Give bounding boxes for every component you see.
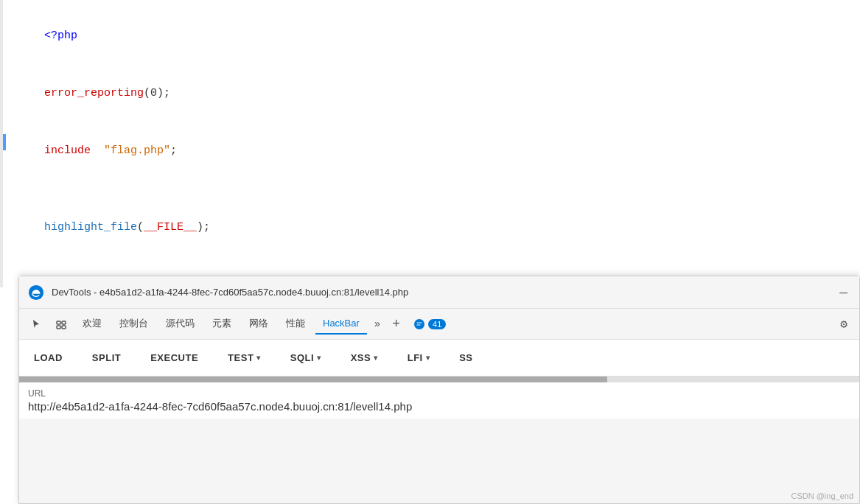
hackbar-scrollbar[interactable]: [19, 377, 859, 382]
lfi-button[interactable]: LFI ▾: [393, 340, 445, 376]
code-token: __FILE__: [144, 221, 197, 234]
load-button[interactable]: LOAD: [19, 340, 77, 376]
hackbar-toolbar: LOAD SPLIT EXECUTE TEST ▾ SQLI ▾ XSS ▾ L…: [19, 340, 859, 377]
code-token: [91, 144, 104, 157]
code-token: "flag.php": [104, 144, 170, 157]
xss-button[interactable]: XSS ▾: [336, 340, 393, 376]
csdn-watermark: CSDN @ing_end: [791, 491, 853, 500]
code-line-6: [3, 256, 860, 276]
sqli-button[interactable]: SQLI ▾: [276, 340, 336, 376]
cursor-icon: [30, 318, 42, 330]
code-token: );: [197, 221, 210, 234]
tab-performance[interactable]: 性能: [279, 312, 312, 336]
settings-button[interactable]: ⚙: [834, 314, 853, 335]
devtools-nav: 欢迎 控制台 源代码 元素 网络 性能 HackBar » + 41 ⚙: [19, 309, 859, 340]
test-dropdown-arrow: ▾: [256, 354, 261, 362]
devtools-titlebar: DevTools - e4b5a1d2-a1fa-4244-8fec-7cd60…: [19, 276, 859, 309]
code-line-3: include "flag.php";: [3, 122, 860, 180]
cursor-icon-button[interactable]: [25, 313, 47, 335]
code-token: ;: [170, 144, 177, 157]
url-label: URL: [28, 388, 850, 399]
code-line-1: <?php: [3, 7, 860, 65]
devtools-panel: DevTools - e4b5a1d2-a1fa-4244-8fec-7cd60…: [18, 276, 860, 504]
badge-count: 41: [428, 319, 446, 329]
tab-network[interactable]: 网络: [242, 312, 276, 336]
execute-button[interactable]: EXECUTE: [136, 340, 213, 376]
tab-console[interactable]: 控制台: [112, 312, 155, 336]
edge-icon: [28, 284, 44, 301]
code-token: highlight_file: [44, 221, 137, 234]
tab-hackbar[interactable]: HackBar: [315, 313, 367, 335]
tab-elements[interactable]: 元素: [205, 312, 239, 336]
svg-rect-4: [62, 326, 66, 329]
svg-rect-1: [57, 321, 60, 324]
chat-icon: [413, 318, 425, 330]
lfi-dropdown-arrow: ▾: [426, 354, 430, 362]
devtools-title: DevTools - e4b5a1d2-a1fa-4244-8fec-7cd60…: [52, 287, 829, 298]
hackbar-url-section: URL http://e4b5a1d2-a1fa-4244-8fec-7cd60…: [19, 382, 859, 419]
code-token: error_reporting: [44, 87, 144, 99]
split-button[interactable]: SPLIT: [77, 340, 136, 376]
xss-dropdown-arrow: ▾: [374, 354, 378, 362]
code-token: (0);: [144, 87, 170, 99]
code-line-2: error_reporting(0);: [3, 65, 860, 122]
svg-rect-3: [57, 326, 60, 329]
frame-icon-button[interactable]: [50, 313, 72, 335]
line-indicator: [3, 134, 6, 150]
tab-welcome[interactable]: 欢迎: [75, 312, 109, 336]
code-token: include: [44, 144, 91, 157]
add-tab-button[interactable]: +: [388, 315, 405, 333]
code-area: <?php error_reporting(0); include "flag.…: [0, 0, 860, 287]
hackbar-scrollbar-thumb[interactable]: [19, 377, 607, 382]
more-tabs-button[interactable]: »: [370, 315, 385, 333]
test-button[interactable]: TEST ▾: [213, 340, 276, 376]
tab-source[interactable]: 源代码: [158, 312, 202, 336]
minimize-button[interactable]: —: [836, 285, 850, 300]
code-line-4: [3, 180, 860, 199]
frame-icon: [55, 318, 67, 330]
code-line-5: highlight_file(__FILE__);: [3, 199, 860, 256]
code-token: (: [137, 221, 144, 234]
code-token: <?php: [44, 29, 77, 42]
ss-button[interactable]: SS: [444, 340, 487, 376]
svg-rect-2: [62, 321, 66, 324]
url-value: http://e4b5a1d2-a1fa-4244-8fec-7cd60f5aa…: [28, 400, 850, 413]
svg-point-5: [414, 319, 424, 329]
sqli-dropdown-arrow: ▾: [317, 354, 321, 362]
